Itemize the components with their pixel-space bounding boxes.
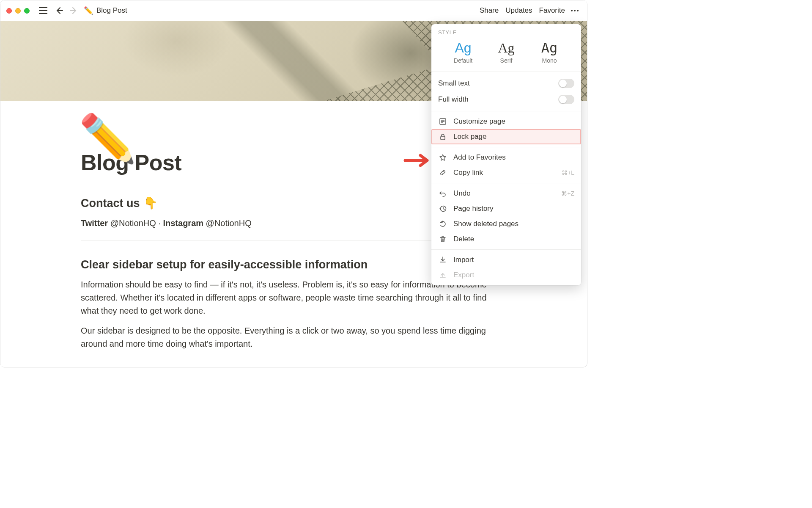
- separator-dot: ·: [158, 218, 161, 228]
- lock-icon: [438, 132, 447, 141]
- customize-page-label: Customize page: [453, 117, 505, 126]
- add-to-favorites-item[interactable]: Add to Favorites: [431, 150, 581, 165]
- nav-forward-button[interactable]: [68, 5, 80, 17]
- maximize-window-button[interactable]: [24, 8, 30, 14]
- import-icon: [438, 255, 447, 265]
- add-to-favorites-label: Add to Favorites: [453, 153, 506, 162]
- small-text-toggle[interactable]: [558, 79, 574, 88]
- undo-item[interactable]: Undo ⌘+Z: [431, 186, 581, 201]
- twitter-handle: @NotionHQ: [110, 218, 156, 228]
- customize-page-item[interactable]: Customize page: [431, 114, 581, 129]
- page-history-item[interactable]: Page history: [431, 201, 581, 216]
- style-option-serif[interactable]: Ag Serif: [485, 41, 528, 64]
- style-name-default: Default: [442, 57, 485, 64]
- page-history-label: Page history: [453, 204, 494, 213]
- full-width-toggle[interactable]: [558, 95, 574, 104]
- undo-label: Undo: [453, 189, 471, 198]
- instagram-handle: @NotionHQ: [206, 218, 252, 228]
- delete-label: Delete: [453, 235, 474, 243]
- link-icon: [438, 168, 447, 177]
- export-item[interactable]: Export: [431, 268, 581, 283]
- style-sample-serif: Ag: [485, 41, 528, 55]
- titlebar: ✏️ Blog Post Share Updates Favorite: [0, 0, 587, 21]
- nav-back-button[interactable]: [53, 5, 65, 17]
- import-label: Import: [453, 256, 474, 264]
- breadcrumb[interactable]: ✏️ Blog Post: [84, 6, 127, 15]
- style-sample-default: Ag: [442, 41, 485, 55]
- customize-icon: [438, 117, 447, 126]
- show-deleted-pages-label: Show deleted pages: [453, 220, 518, 228]
- star-icon: [438, 153, 447, 162]
- share-button[interactable]: Share: [476, 5, 502, 17]
- lock-page-item[interactable]: Lock page: [431, 129, 581, 144]
- breadcrumb-title: Blog Post: [96, 6, 127, 15]
- copy-link-item[interactable]: Copy link ⌘+L: [431, 165, 581, 180]
- style-sample-mono: Ag: [528, 41, 571, 55]
- hamburger-icon: [39, 7, 47, 14]
- favorite-button[interactable]: Favorite: [536, 5, 568, 17]
- full-width-label: Full width: [438, 95, 469, 104]
- style-name-mono: Mono: [528, 57, 571, 64]
- sidebar-toggle-button[interactable]: [37, 5, 49, 17]
- more-menu-button[interactable]: [568, 7, 581, 14]
- delete-item[interactable]: Delete: [431, 232, 581, 247]
- import-item[interactable]: Import: [431, 252, 581, 268]
- twitter-label: Twitter: [81, 218, 108, 228]
- history-icon: [438, 204, 447, 213]
- copy-link-label: Copy link: [453, 168, 483, 177]
- page-options-menu: STYLE Ag Default Ag Serif Ag Mono Small …: [431, 24, 581, 285]
- full-width-toggle-row: Full width: [431, 91, 581, 108]
- close-window-button[interactable]: [6, 8, 12, 14]
- arrow-right-icon: [69, 6, 78, 15]
- show-deleted-pages-item[interactable]: Show deleted pages: [431, 216, 581, 232]
- restore-icon: [438, 219, 447, 229]
- window-controls: [6, 8, 30, 14]
- svg-rect-1: [441, 136, 445, 140]
- undo-shortcut: ⌘+Z: [561, 190, 574, 197]
- lock-page-label: Lock page: [453, 133, 486, 141]
- small-text-toggle-row: Small text: [431, 75, 581, 91]
- instagram-label: Instagram: [163, 218, 203, 228]
- annotation-arrow: [403, 153, 430, 168]
- arrow-left-icon: [55, 6, 64, 15]
- undo-icon: [438, 189, 447, 198]
- export-label: Export: [453, 271, 474, 279]
- dots-icon: [571, 10, 573, 11]
- style-section-label: STYLE: [438, 29, 574, 36]
- trash-icon: [438, 235, 447, 244]
- breadcrumb-icon: ✏️: [84, 6, 93, 15]
- style-option-default[interactable]: Ag Default: [442, 41, 485, 64]
- export-icon: [438, 271, 447, 280]
- contact-heading-text: Contact us: [81, 197, 140, 210]
- pointing-down-icon: 👇: [143, 196, 158, 210]
- copy-link-shortcut: ⌘+L: [562, 169, 574, 176]
- minimize-window-button[interactable]: [15, 8, 21, 14]
- small-text-label: Small text: [438, 79, 470, 88]
- paragraph-2[interactable]: Our sidebar is designed to be the opposi…: [81, 324, 507, 351]
- style-option-mono[interactable]: Ag Mono: [528, 41, 571, 64]
- page-icon[interactable]: ✏️: [79, 115, 137, 162]
- updates-button[interactable]: Updates: [502, 5, 535, 17]
- style-name-serif: Serif: [485, 57, 528, 64]
